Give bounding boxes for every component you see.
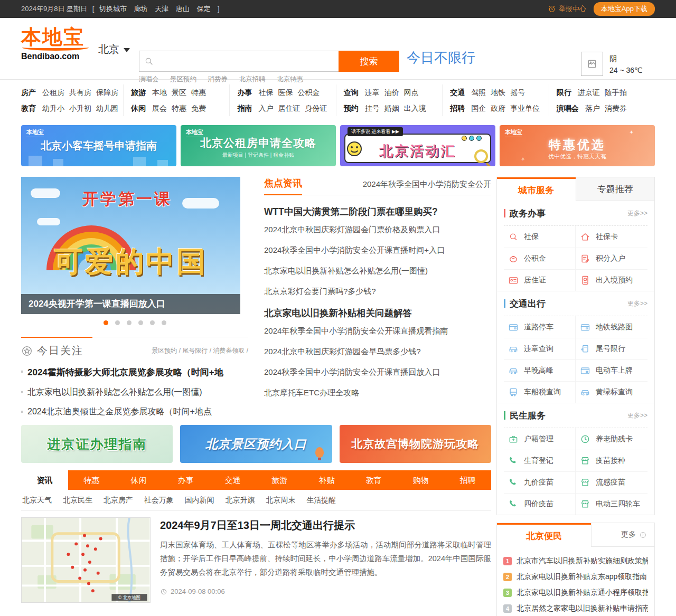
article-title[interactable]: 2024年9月7日至13日一周北交通出行提示 [160, 518, 491, 533]
nav-category[interactable]: 演唱会 [557, 104, 579, 112]
report-center-link[interactable]: 举报中心 [548, 4, 586, 14]
focus-news-item[interactable]: 2024秋季全国中小学消防安全公开课直播回放入口 [264, 362, 491, 382]
search-button[interactable]: 搜索 [339, 51, 399, 72]
today-focus-item[interactable]: 2024北京迪奥倾世之金展览参展攻略（时间+地点 [21, 406, 248, 418]
carousel-dot[interactable] [115, 320, 120, 325]
site-logo[interactable]: 本地宝 Bendibao.com [21, 26, 95, 61]
banner-activity-hub[interactable]: 话不多说 进来看看 ▶▶ 北京活动汇 [340, 125, 495, 166]
hot-link[interactable]: 景区预约 [170, 75, 196, 83]
focus-news-item[interactable]: 2024年秋季全国中小学消防安全公开课直播观看指南 [264, 320, 491, 341]
nav-category[interactable]: 旅游 [131, 88, 146, 97]
today-focus-link[interactable]: 尾号限行 [182, 347, 208, 354]
service-item-emission-label[interactable]: 黄绿标查询 [576, 381, 647, 403]
news-tab-butie[interactable]: 补贴 [303, 470, 350, 490]
nav-link[interactable]: 社保 [258, 88, 273, 97]
banner-public-housing[interactable]: 本地宝 北京公租房申请全攻略 最新项目 | 登记条件 | 租金补贴 [181, 125, 336, 166]
service-item-parking[interactable]: 道路停车 [504, 316, 576, 338]
service-item-shebao[interactable]: 社保 [504, 226, 576, 248]
news-sub-link[interactable]: 社会万象 [144, 496, 174, 504]
hot-link[interactable]: 北京特惠 [277, 75, 303, 83]
convenience-item[interactable]: 2北京家电以旧换新补贴京东app领取指南 [503, 569, 648, 585]
focus-news-item[interactable]: 北京摩托车ETC办理全攻略 [264, 382, 491, 403]
news-tab-lvyou[interactable]: 旅游 [256, 470, 303, 490]
tab-beijing-convenience[interactable]: 北京便民 [497, 523, 591, 547]
city-link-tangshan[interactable]: 唐山 [176, 5, 190, 13]
nav-category[interactable]: 办事 [237, 88, 252, 97]
tab-city-services[interactable]: 城市服务 [497, 177, 576, 201]
nav-category[interactable]: 房产 [21, 88, 36, 97]
nav-category[interactable]: 休闲 [131, 104, 146, 112]
traffic-restriction-notice[interactable]: 今日不限行 [407, 49, 475, 67]
app-download-button[interactable]: 本地宝App下载 [594, 2, 655, 16]
nav-link[interactable]: 违章 [365, 88, 380, 97]
nav-link[interactable]: 政府 [491, 104, 505, 112]
nav-link[interactable]: 本地 [152, 88, 167, 97]
news-sub-link[interactable]: 北京周末 [266, 496, 295, 504]
focus-news-item[interactable]: 北京京彩灯会要门票吗?多少钱? [264, 281, 491, 301]
news-tab-jiaotong[interactable]: 交通 [209, 470, 256, 490]
nav-link[interactable]: 公租房 [42, 88, 64, 97]
nav-link[interactable]: 进京证 [578, 88, 600, 97]
carousel-dot[interactable] [127, 320, 132, 325]
service-item-elderly-card[interactable]: 养老助残卡 [576, 428, 647, 450]
convenience-item[interactable]: 4北京居然之家家电以旧换新补贴申请指南 [503, 601, 648, 616]
nav-link[interactable]: 油价 [384, 88, 399, 97]
nav-link[interactable]: 落户 [585, 104, 600, 112]
today-focus-item[interactable]: 2024霍斯特摄影大师北京展览参展攻略（时间+地 [21, 366, 248, 378]
nav-link[interactable]: 婚姻 [384, 104, 399, 112]
more-link[interactable]: 更多>> [627, 299, 647, 308]
search-input[interactable] [139, 51, 339, 72]
banner-car-lottery[interactable]: 本地宝 北京小客车摇号申请指南 [21, 125, 176, 166]
news-tab-jiaoyu[interactable]: 教育 [350, 470, 397, 490]
service-item-shebaoka[interactable]: 社保卡 [576, 226, 647, 248]
news-sub-link[interactable]: 国内新闻 [185, 496, 214, 504]
service-item-tricycle[interactable]: 电动三四轮车 [576, 493, 647, 515]
nav-link[interactable]: 驾照 [471, 88, 486, 97]
nav-category[interactable]: 教育 [21, 104, 36, 112]
nav-link[interactable]: 幼儿园 [96, 104, 118, 112]
hot-link[interactable]: 消费券 [208, 75, 228, 83]
nav-link[interactable]: 幼升小 [42, 104, 64, 112]
nav-link[interactable]: 随手拍 [605, 88, 627, 97]
nav-category[interactable]: 限行 [557, 88, 571, 97]
nav-link[interactable]: 小升初 [69, 104, 91, 112]
service-item-hpv9[interactable]: 九价疫苗 [504, 471, 576, 493]
nav-link[interactable]: 摇号 [510, 88, 525, 97]
focus-news-headline[interactable]: 北京家电以旧换新补贴相关问题解答 [264, 306, 491, 320]
news-tab-zixun[interactable]: 资讯 [21, 470, 68, 490]
focus-news-ticker[interactable]: 2024年秋季全国中小学消防安全公开 [363, 179, 491, 195]
news-tab-gouwu[interactable]: 购物 [397, 470, 444, 490]
nav-link[interactable]: 挂号 [365, 104, 380, 112]
news-sub-link[interactable]: 北京天气 [22, 496, 52, 504]
banner-palace-museum-guide[interactable]: 北京故宫博物院游玩攻略 [340, 425, 491, 463]
city-selector[interactable]: 北京 [98, 42, 130, 56]
service-item-tail-restriction[interactable]: 尾号限行 [576, 338, 647, 359]
news-sub-link[interactable]: 北京民生 [63, 496, 92, 504]
carousel-slide[interactable]: 开学第一课 可爱的中国 2024央视开学第一课直播回放入口 [21, 177, 240, 314]
nav-category[interactable]: 交通 [450, 88, 465, 97]
service-item-flu-vaccine[interactable]: 流感疫苗 [576, 471, 647, 493]
service-item-vehicle-tax[interactable]: 车船税查询 [504, 381, 576, 403]
carousel-dot-active[interactable] [104, 320, 108, 325]
nav-category[interactable]: 招聘 [450, 104, 465, 112]
nav-link[interactable]: 特惠 [172, 104, 186, 112]
nav-link[interactable]: 免费 [191, 104, 206, 112]
nav-category[interactable]: 查询 [344, 88, 359, 97]
nav-link[interactable]: 网点 [404, 88, 419, 97]
service-item-hukou[interactable]: 户籍管理 [504, 428, 576, 450]
nav-link[interactable]: 地铁 [491, 88, 505, 97]
today-focus-link[interactable]: 消费券领取 [213, 347, 245, 354]
nav-link[interactable]: 事业单位 [510, 104, 540, 112]
service-item-gongjijin[interactable]: 公积金 [504, 248, 576, 269]
city-link-langfang[interactable]: 廊坊 [134, 5, 148, 13]
nav-link[interactable]: 保障房 [96, 88, 118, 97]
news-tab-tehui[interactable]: 特惠 [68, 470, 115, 490]
nav-link[interactable]: 景区 [172, 88, 186, 97]
service-item-violation[interactable]: 违章查询 [504, 338, 576, 359]
hot-link[interactable]: 北京招聘 [239, 75, 265, 83]
service-item-ebike-plate[interactable]: 电动车上牌 [576, 359, 647, 381]
today-focus-link[interactable]: 景区预约 [152, 347, 177, 354]
focus-news-item[interactable]: 2024秋季全国中小学消防安全公开课直播时间+入口 [264, 240, 491, 260]
today-focus-item[interactable]: 北京家电以旧换新补贴怎么补贴怎么用(一图懂) [21, 387, 248, 398]
nav-link[interactable]: 公积金 [297, 88, 320, 97]
